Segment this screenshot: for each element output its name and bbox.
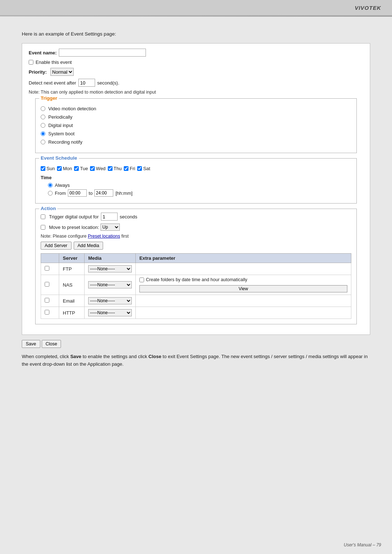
- day-tue-label: Tue: [80, 166, 88, 171]
- day-sat-label: Sat: [143, 166, 150, 171]
- http-extra-cell: [136, 307, 351, 319]
- trigger-digital-unit: seconds: [120, 214, 137, 219]
- detect-unit: second(s).: [97, 80, 119, 86]
- time-always-radio[interactable]: [48, 183, 53, 188]
- day-tue: Tue: [74, 166, 88, 171]
- preset-note-suffix: first: [120, 234, 129, 239]
- nas-checkbox[interactable]: [45, 282, 49, 287]
- trigger-digital-row: Digital input: [41, 123, 351, 128]
- page-wrapper: VIVOTEK Here is an example of Event Sett…: [0, 0, 392, 554]
- time-always-label: Always: [55, 182, 70, 188]
- time-to-input[interactable]: [94, 189, 113, 197]
- enable-row: Enable this event: [29, 59, 363, 65]
- col-check: [41, 254, 59, 263]
- trigger-digital-output-label: Trigger digital output for: [49, 214, 99, 219]
- time-from-radio[interactable]: [48, 191, 53, 196]
- trigger-recording-radio[interactable]: [41, 140, 45, 144]
- table-row-http: HTTP -----None-----: [41, 307, 351, 319]
- day-sun-checkbox[interactable]: [41, 166, 45, 171]
- footer-text-1: When completed, click: [22, 354, 70, 359]
- day-sun-label: Sun: [46, 166, 55, 171]
- footer-text: When completed, click Save to enable the…: [22, 353, 370, 368]
- day-sat: Sat: [137, 166, 150, 171]
- footer-text-2: to enable the settings and click: [81, 354, 148, 359]
- time-always-row: Always: [48, 182, 351, 188]
- nas-extra-cell: Create folders by date time and hour aut…: [136, 275, 351, 295]
- nas-create-folders-label: Create folders by date time and hour aut…: [146, 277, 247, 282]
- move-preset-label: Move to preset location:: [49, 225, 99, 230]
- footer-save-bold: Save: [70, 354, 81, 359]
- preset-locations-link[interactable]: Preset locations: [88, 234, 120, 239]
- time-label: Time: [41, 175, 351, 180]
- ftp-checkbox[interactable]: [45, 266, 49, 271]
- trigger-digital-radio[interactable]: [41, 123, 45, 128]
- detect-row: Detect next event after second(s).: [29, 79, 363, 87]
- day-mon-checkbox[interactable]: [57, 166, 62, 171]
- close-button[interactable]: Close: [42, 340, 61, 348]
- email-checkbox[interactable]: [45, 298, 49, 303]
- add-server-button[interactable]: Add Server: [41, 242, 72, 250]
- nas-create-folders-checkbox[interactable]: [139, 278, 144, 282]
- priority-select[interactable]: Normal High Low: [50, 68, 74, 76]
- preset-note-prefix: Note: Please configure: [41, 234, 88, 239]
- day-fri-checkbox[interactable]: [124, 166, 128, 171]
- col-server: Server: [59, 254, 85, 263]
- add-media-button[interactable]: Add Media: [74, 242, 103, 250]
- nas-view-button[interactable]: View: [139, 285, 347, 292]
- trigger-periodic-radio[interactable]: [41, 115, 45, 119]
- day-wed-label: Wed: [96, 166, 106, 171]
- nas-check-cell: [41, 275, 59, 295]
- day-wed-checkbox[interactable]: [90, 166, 95, 171]
- table-row-ftp: FTP -----None-----: [41, 263, 351, 275]
- move-preset-select[interactable]: Up Down Left Right: [101, 223, 120, 231]
- http-checkbox[interactable]: [45, 310, 49, 315]
- trigger-sysboot-radio[interactable]: [41, 131, 45, 136]
- nas-media-select[interactable]: -----None-----: [88, 281, 132, 288]
- trigger-video-radio[interactable]: [41, 106, 45, 111]
- trigger-section: Trigger Video motion detection Periodica…: [35, 98, 357, 153]
- nas-server-cell: NAS: [59, 275, 85, 295]
- trigger-title: Trigger: [39, 95, 59, 101]
- day-sun: Sun: [41, 166, 55, 171]
- trigger-digital-output-row: Trigger digital output for seconds: [41, 213, 351, 221]
- time-from-input[interactable]: [68, 189, 87, 197]
- trigger-digital-output-checkbox[interactable]: [41, 214, 45, 219]
- email-media-select[interactable]: -----None-----: [88, 297, 132, 304]
- http-media-cell: -----None-----: [85, 307, 136, 319]
- enable-label: Enable this event: [36, 59, 72, 65]
- schedule-days: Sun Mon Tue Wed: [41, 166, 351, 171]
- nas-create-folders-row: Create folders by date time and hour aut…: [139, 277, 347, 282]
- save-button[interactable]: Save: [22, 340, 40, 348]
- trigger-periodic-label: Periodically: [48, 114, 72, 120]
- day-thu-label: Thu: [114, 166, 122, 171]
- time-to-label: to: [89, 190, 93, 196]
- schedule-title: Event Schedule: [39, 155, 79, 161]
- trigger-recording-label: Recording notify: [48, 139, 82, 145]
- http-media-select[interactable]: -----None-----: [88, 309, 132, 316]
- ftp-extra-cell: [136, 263, 351, 275]
- trigger-video-label: Video motion detection: [48, 106, 96, 111]
- day-mon-label: Mon: [63, 166, 72, 171]
- vivotek-logo: VIVOTEK: [355, 5, 381, 11]
- day-thu: Thu: [108, 166, 122, 171]
- ftp-media-cell: -----None-----: [85, 263, 136, 275]
- trigger-video-row: Video motion detection: [41, 106, 351, 111]
- ftp-media-select[interactable]: -----None-----: [88, 265, 132, 272]
- col-extra: Extra parameter: [136, 254, 351, 263]
- http-server-cell: HTTP: [59, 307, 85, 319]
- detect-input[interactable]: [78, 79, 95, 87]
- email-server-cell: Email: [59, 295, 85, 307]
- schedule-section: Event Schedule Sun Mon Tue: [35, 158, 357, 204]
- enable-checkbox[interactable]: [29, 60, 33, 65]
- day-sat-checkbox[interactable]: [137, 166, 142, 171]
- trigger-periodic-row: Periodically: [41, 114, 351, 120]
- trigger-sysboot-row: System boot: [41, 131, 351, 136]
- day-thu-checkbox[interactable]: [108, 166, 113, 171]
- trigger-digital-output-input[interactable]: [101, 213, 118, 221]
- move-preset-checkbox[interactable]: [41, 225, 45, 230]
- email-media-cell: -----None-----: [85, 295, 136, 307]
- action-title: Action: [39, 206, 57, 211]
- nas-media-cell: -----None-----: [85, 275, 136, 295]
- day-tue-checkbox[interactable]: [74, 166, 79, 171]
- event-name-input[interactable]: [59, 49, 146, 57]
